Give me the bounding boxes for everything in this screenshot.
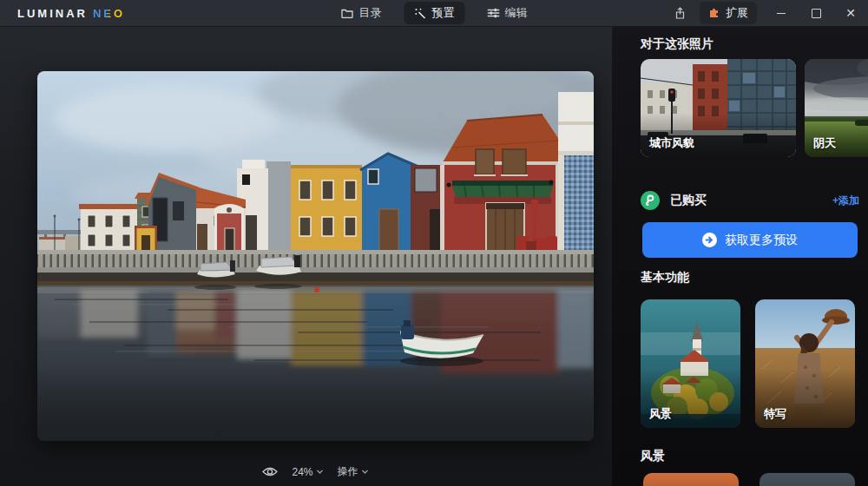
for-photo-cards-row: 城市风貌 xyxy=(641,59,868,157)
preset-card-label: 特写 xyxy=(764,406,786,422)
app-logo: LUMINAR NEO xyxy=(17,0,125,26)
status-bar: 24% 操作 xyxy=(261,464,368,479)
title-bar: LUMINAR NEO 目录 预置 编辑 xyxy=(0,0,868,27)
basics-cards-row: 风景 xyxy=(641,299,868,428)
purchased-title: 已购买 xyxy=(670,193,707,208)
minimize-icon xyxy=(777,13,786,14)
puzzle-icon xyxy=(708,6,720,21)
folder-icon xyxy=(341,8,354,18)
actions-label: 操作 xyxy=(338,464,358,479)
editor-canvas: 24% 操作 xyxy=(0,26,612,486)
tab-edit-label: 编辑 xyxy=(505,5,528,21)
marketplace-icon xyxy=(641,191,660,210)
purchased-header-row: 已购买 +添加 xyxy=(641,191,859,210)
brand-accent-text: NEO xyxy=(93,7,125,20)
maximize-icon xyxy=(812,9,821,18)
tab-presets-label: 预置 xyxy=(432,5,455,21)
get-more-presets-button[interactable]: 获取更多预设 xyxy=(642,222,858,258)
magic-wand-icon xyxy=(415,8,427,19)
extensions-label: 扩展 xyxy=(726,5,748,21)
compare-eye-button[interactable] xyxy=(261,466,278,477)
preset-card-partial-dark[interactable] xyxy=(760,473,855,486)
section-title-landscape: 风景 xyxy=(641,449,665,464)
landscape-cards-row xyxy=(643,473,868,486)
eye-icon xyxy=(261,466,278,477)
preset-card-overcast[interactable]: 阴天 xyxy=(805,59,868,157)
minimize-button[interactable] xyxy=(764,0,799,26)
brand-text: LUMINAR xyxy=(17,7,88,20)
photo-image xyxy=(37,71,594,441)
chevron-down-icon xyxy=(362,470,369,474)
preset-card-landscape[interactable]: 风景 xyxy=(641,299,740,428)
tab-edit[interactable]: 编辑 xyxy=(477,2,538,24)
zoom-level-value: 24% xyxy=(292,466,312,478)
extensions-button[interactable]: 扩展 xyxy=(700,2,757,24)
presets-sidebar: 对于这张照片 xyxy=(612,26,868,486)
actions-dropdown[interactable]: 操作 xyxy=(338,464,369,479)
zoom-level-dropdown[interactable]: 24% xyxy=(292,466,323,478)
preset-card-cityscape[interactable]: 城市风貌 xyxy=(641,59,796,157)
get-more-presets-label: 获取更多预设 xyxy=(725,233,798,248)
chevron-down-icon xyxy=(317,470,324,474)
close-button[interactable]: ✕ xyxy=(833,0,868,26)
preset-card-closeup[interactable]: 特写 xyxy=(755,299,855,428)
share-icon[interactable] xyxy=(667,0,693,26)
maximize-button[interactable] xyxy=(799,0,833,26)
main-photo[interactable] xyxy=(37,71,594,441)
tab-catalog-label: 目录 xyxy=(359,5,382,21)
tab-presets[interactable]: 预置 xyxy=(404,2,465,24)
preset-card-label: 阴天 xyxy=(813,135,836,151)
tab-catalog[interactable]: 目录 xyxy=(331,2,392,24)
arrow-right-circle-icon xyxy=(702,233,717,247)
preset-card-partial-sunset[interactable] xyxy=(643,473,739,486)
close-icon: ✕ xyxy=(845,7,856,19)
preset-card-label: 城市风貌 xyxy=(649,135,694,151)
section-title-basics: 基本功能 xyxy=(641,270,689,286)
add-preset-link[interactable]: +添加 xyxy=(832,194,859,208)
section-title-for-photo: 对于这张照片 xyxy=(641,36,713,52)
main-nav-tabs: 目录 预置 编辑 xyxy=(331,0,538,26)
window-controls-group: 扩展 ✕ xyxy=(667,0,868,26)
sliders-icon xyxy=(488,8,500,18)
preset-card-label: 风景 xyxy=(649,406,672,422)
